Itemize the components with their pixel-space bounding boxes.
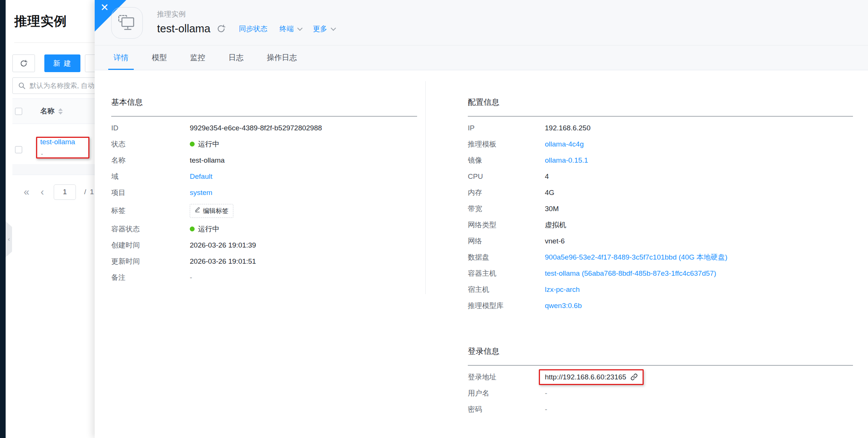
- drawer-tab[interactable]: 模型: [152, 45, 167, 70]
- field-link[interactable]: test-ollama (56aba768-8bdf-485b-87e3-1ff…: [545, 269, 716, 278]
- field-label: 推理模板: [468, 139, 545, 149]
- drawer-action-link[interactable]: 更多: [313, 24, 334, 34]
- status-badge: 运行中: [190, 224, 219, 234]
- status-text: 运行中: [198, 224, 219, 234]
- drawer-title: test-ollama: [157, 23, 210, 35]
- select-all-checkbox[interactable]: [15, 108, 22, 115]
- field-label: 容器状态: [111, 224, 190, 234]
- pencil-icon: [195, 207, 200, 214]
- detail-drawer: ✕ 推理实例 test-ollama 同步状态终端更多 详情模型监控日志操作日志: [95, 0, 868, 438]
- field-label: 网络: [468, 236, 545, 246]
- field-link[interactable]: lzx-pc-arch: [545, 285, 580, 294]
- login-url-value: http://192.168.6.60:23165: [545, 373, 626, 381]
- edit-tags-label: 编辑标签: [203, 207, 228, 215]
- detail-row: 密码-: [468, 401, 853, 417]
- page-title: 推理实例: [14, 13, 67, 30]
- detail-row: 状态运行中: [111, 136, 417, 152]
- drawer-content: 基本信息 ID9929e354-e6ce-4389-8f2f-b52972802…: [95, 70, 868, 438]
- search-placeholder: 默认为名称搜索, 自动: [30, 81, 94, 90]
- field-label: 镜像: [468, 156, 545, 165]
- sort-icon[interactable]: [58, 108, 63, 115]
- drawer-tab[interactable]: 监控: [190, 45, 205, 70]
- config-info-rows: IP192.168.6.250推理模板ollama-4c4g镜像ollama-0…: [468, 116, 853, 314]
- batch-actions-button[interactable]: [85, 54, 95, 72]
- field-label: 容器主机: [468, 269, 545, 278]
- row-checkbox[interactable]: [15, 146, 22, 153]
- field-link[interactable]: ollama-0.15.1: [545, 156, 588, 165]
- field-link[interactable]: ollama-4c4g: [545, 140, 584, 148]
- row-secondary-text: -: [41, 151, 43, 157]
- sidebar-collapse-handle[interactable]: ‹: [6, 221, 12, 257]
- detail-row: 容器状态运行中: [111, 221, 417, 237]
- field-link[interactable]: qwen3:0.6b: [545, 302, 582, 310]
- title-refresh-button[interactable]: [217, 24, 225, 33]
- detail-row: 推理模型库qwen3:0.6b: [468, 298, 853, 314]
- drawer-action-link[interactable]: 终端: [280, 24, 301, 34]
- section-title: 配置信息: [468, 97, 853, 116]
- first-page-icon[interactable]: «: [24, 187, 29, 197]
- action-label: 更多: [313, 24, 327, 34]
- chevron-down-icon: [297, 25, 302, 30]
- search-box[interactable]: 默认为名称搜索, 自动: [12, 77, 95, 94]
- detail-row: 宿主机lzx-pc-arch: [468, 281, 853, 298]
- drawer-title-row: test-ollama 同步状态终端更多: [157, 23, 334, 35]
- section-basic-info: 基本信息 ID9929e354-e6ce-4389-8f2f-b52972802…: [111, 97, 417, 285]
- instance-name-link[interactable]: test-ollama: [40, 138, 75, 146]
- pagination: « ‹ 1 / 1: [6, 183, 95, 201]
- monitor-icon: [117, 14, 137, 32]
- drawer-tab[interactable]: 详情: [113, 45, 129, 70]
- field-label: 内存: [468, 188, 545, 198]
- detail-row: IP192.168.6.250: [468, 120, 853, 136]
- field-label: 备注: [111, 273, 190, 282]
- page-input[interactable]: 1: [54, 184, 76, 200]
- detail-row: 登录地址http://192.168.6.60:23165: [468, 369, 853, 385]
- left-nav-strip: [0, 0, 6, 438]
- field-value: 4G: [545, 189, 554, 197]
- detail-row: 容器主机test-ollama (56aba768-8bdf-485b-87e3…: [468, 265, 853, 281]
- refresh-button[interactable]: [12, 54, 35, 72]
- field-label: ID: [111, 124, 190, 132]
- field-link[interactable]: 900a5e96-53e2-4f17-8489-3c5f7c101bbd (40…: [545, 252, 727, 262]
- detail-row: 更新时间2026-03-26 19:01:51: [111, 253, 417, 269]
- detail-row: 数据盘900a5e96-53e2-4f17-8489-3c5f7c101bbd …: [468, 249, 853, 265]
- field-label: IP: [468, 124, 545, 132]
- close-icon[interactable]: ✕: [100, 3, 109, 13]
- drawer-tab[interactable]: 操作日志: [267, 45, 297, 70]
- detail-row: 项目system: [111, 184, 417, 201]
- field-value: -: [190, 273, 192, 282]
- field-link[interactable]: Default: [190, 172, 212, 181]
- field-value: vnet-6: [545, 237, 565, 245]
- title-divider: [14, 42, 95, 43]
- create-button[interactable]: 新 建: [44, 54, 80, 72]
- detail-row: ID9929e354-e6ce-4389-8f2f-b52972802988: [111, 120, 417, 136]
- column-divider: [425, 81, 426, 294]
- field-value: 9929e354-e6ce-4389-8f2f-b52972802988: [190, 124, 322, 132]
- sidebar: 推理实例 新 建 默认为名称搜索, 自动 名称 test-ollama - « …: [6, 0, 95, 438]
- external-link-icon[interactable]: [630, 373, 638, 381]
- section-title: 登录信息: [468, 346, 853, 366]
- section-login-info: 登录信息 登录地址http://192.168.6.60:23165用户名-密码…: [468, 346, 853, 417]
- action-label: 同步状态: [239, 24, 268, 34]
- edit-tags-button[interactable]: 编辑标签: [190, 204, 233, 218]
- detail-row: 标签编辑标签: [111, 201, 417, 221]
- search-icon: [18, 82, 26, 90]
- table-row: test-ollama -: [12, 124, 95, 164]
- field-label: 推理模型库: [468, 301, 545, 311]
- field-label: 网络类型: [468, 220, 545, 230]
- prev-page-icon[interactable]: ‹: [41, 187, 44, 197]
- field-value: test-ollama: [190, 156, 225, 165]
- app-root: { "colors":{"accent":"#1890ff","status_g…: [0, 0, 868, 438]
- field-label: CPU: [468, 172, 545, 181]
- detail-row: 备注-: [111, 269, 417, 285]
- table-header: 名称: [12, 98, 95, 124]
- field-label: 标签: [111, 206, 190, 216]
- status-dot-icon: [190, 227, 195, 231]
- field-value: 2026-03-26 19:01:39: [190, 241, 256, 249]
- drawer-tab[interactable]: 日志: [228, 45, 243, 70]
- field-value: 30M: [545, 205, 559, 213]
- field-link[interactable]: system: [190, 189, 212, 197]
- section-config-info: 配置信息 IP192.168.6.250推理模板ollama-4c4g镜像oll…: [468, 97, 853, 314]
- drawer-action-link[interactable]: 同步状态: [239, 24, 268, 34]
- status-badge: 运行中: [190, 139, 219, 149]
- field-label: 用户名: [468, 388, 545, 398]
